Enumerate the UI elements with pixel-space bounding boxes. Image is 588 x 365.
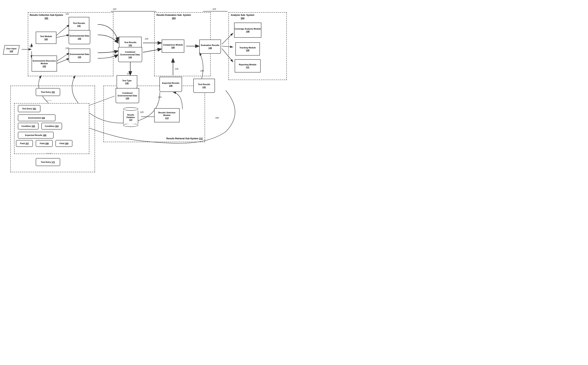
expected-results-166-box: Expected Results 166 [18, 132, 54, 139]
test-module-label: Test Module 102 [40, 35, 52, 41]
results-database-box: Results Database 114 [123, 107, 138, 127]
results-database-label: Results Database 114 [123, 114, 138, 121]
cylinder-top [123, 107, 138, 111]
comparison-module-label: Comparison Module 106 [163, 43, 183, 49]
test-module-box: Test Module 102 [36, 32, 56, 44]
arrow-label-133: 133 [145, 38, 148, 40]
expected-results-146-label: Expected Results 146 [162, 82, 179, 87]
field-168-box: Field 168 [36, 140, 53, 147]
results-selection-label: Results Selection Module 113 [155, 111, 179, 119]
test-type-145-box: Test Type 145 [117, 75, 137, 88]
field-167-box: Field 167 [16, 140, 33, 147]
condition-163-box: Condition 163 [18, 123, 39, 129]
env-data-142-box: Environmental Data 142 [69, 30, 90, 44]
comparison-module-box: Comparison Module 106 [162, 40, 184, 53]
combined-env-144b-label: Combined Environmental Data 144 [116, 92, 139, 100]
combined-env-144b-box: Combined Environmental Data 144 [116, 88, 139, 103]
field-169-label: Field 169 [59, 142, 68, 145]
reporting-module-label: Reporting Module 111 [239, 63, 257, 69]
user-input-box: User Input 149 [3, 45, 20, 55]
expected-results-146-box: Expected Results 146 [159, 77, 182, 92]
field-169-box: Field 169 [55, 140, 72, 147]
test-entry-171-box: Test Entry 171 [36, 158, 60, 166]
test-entry-151-box: Test Entry 151 [36, 88, 60, 96]
test-results-141a-label: Test Results 141 [73, 22, 85, 27]
coverage-analysis-label: Coverage Analysis Module 108 [235, 28, 261, 33]
user-input-label: User Input 149 [6, 47, 16, 53]
env-data-143-box: Environmental Data 143 [69, 49, 90, 63]
eval-results-box: Evaluation Results 148 [199, 40, 221, 54]
env-data-142-label: Environmental Data 142 [70, 35, 89, 40]
test-entry-151-label: Test Entry 151 [41, 91, 55, 93]
diagram-container: 121 122 123 134 135 136 137 131 132 133 … [0, 0, 294, 182]
arrow-label-122: 122 [113, 8, 116, 10]
test-results-141a-box: Test Results 141 [69, 17, 89, 32]
condition-164-box: Condition 164 [41, 123, 62, 129]
results-evaluation-title: Results Evaluation Sub- System 104 [156, 14, 191, 20]
env-discovery-label: Environment Discovery Module 103 [32, 59, 57, 68]
condition-163-label: Condition 163 [21, 125, 35, 127]
env-discovery-box: Environment Discovery Module 103 [32, 56, 57, 71]
dots-1: . . . [47, 98, 51, 102]
reporting-module-box: Reporting Module 111 [235, 59, 261, 72]
condition-164-label: Condition 164 [45, 125, 59, 127]
combined-env-144a-label: Combined Environmental Data 144 [118, 51, 142, 59]
tracking-module-box: Tracking Module 109 [236, 42, 260, 56]
tracking-module-label: Tracking Module 109 [240, 46, 256, 52]
eval-results-label: Evaluation Results 148 [201, 44, 219, 49]
arrow-label-134: 134 [127, 72, 130, 75]
results-selection-box: Results Selection Module 113 [154, 108, 180, 122]
test-results-141c-label: Test Results 141 [198, 83, 210, 88]
environment-162-label: Environment 162 [28, 117, 45, 119]
results-retrieval-title: Results Retrieval Sub-System 112 [166, 137, 203, 140]
analysis-subsystem-title: Analysis Sub- System 104 [231, 14, 254, 20]
combined-env-144a-box: Combined Environmental Data 144 [118, 47, 142, 62]
environment-162-box: Environment 162 [18, 114, 55, 121]
arrow-label-123: 123 [212, 8, 216, 10]
cylinder-body: Results Database 114 [123, 111, 138, 124]
arrow-label-100: 100 [215, 117, 219, 119]
test-results-141b-label: Test Results 141 [124, 41, 136, 47]
field-167-label: Field 167 [20, 142, 29, 145]
test-entry-171-label: Test Entry 171 [41, 161, 55, 163]
test-entry-161-box: Test Entry 161 [18, 105, 41, 112]
env-data-143-label: Environmental Data 143 [70, 53, 89, 58]
test-type-145-label: Test Type 145 [122, 79, 132, 85]
field-168-label: Field 168 [40, 142, 48, 145]
results-collection-title: Results Collection Sub-System 101 [30, 14, 63, 20]
test-entry-161-label: Test Entry 161 [22, 107, 36, 110]
cylinder-bottom [123, 124, 138, 127]
expected-results-166-label: Expected Results 166 [25, 134, 46, 136]
test-results-141c-box: Test Results 141 [193, 79, 215, 93]
dots-2: . . . [47, 151, 51, 154]
coverage-analysis-box: Coverage Analysis Module 108 [234, 23, 261, 38]
